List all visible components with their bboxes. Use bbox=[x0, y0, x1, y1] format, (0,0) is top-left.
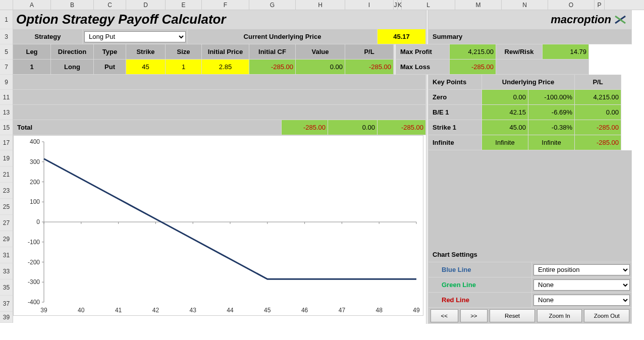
svg-text:0: 0 bbox=[36, 218, 40, 225]
row-header-3[interactable]: 3 bbox=[0, 29, 13, 44]
col-header-B[interactable]: B bbox=[51, 0, 94, 10]
kp-row-1-pct: -6.69% bbox=[528, 105, 575, 120]
svg-text:100: 100 bbox=[30, 198, 40, 205]
kp-row-1-price: 42.15 bbox=[482, 105, 528, 120]
max-loss-label: Max Loss bbox=[396, 60, 450, 75]
key-points-label: Key Points bbox=[428, 75, 482, 90]
svg-text:-200: -200 bbox=[28, 259, 40, 266]
green-line-label: Green Line bbox=[442, 281, 476, 289]
brand-logo: macroption bbox=[428, 10, 632, 29]
svg-text:47: 47 bbox=[339, 307, 346, 314]
leg1-direction: Long bbox=[51, 60, 94, 75]
kp-row-0-price: 0.00 bbox=[482, 90, 528, 105]
hdr-leg: Leg bbox=[13, 44, 51, 60]
col-header-M[interactable]: M bbox=[455, 0, 502, 10]
row-header-5[interactable]: 5 bbox=[0, 44, 13, 60]
row-header-1[interactable]: 1 bbox=[0, 10, 13, 29]
col-header-K[interactable]: K bbox=[398, 0, 402, 10]
max-profit-label: Max Profit bbox=[396, 44, 450, 60]
column-headers: ABCDEFGHIJKLMNOP bbox=[0, 0, 644, 10]
reset-button[interactable]: Reset bbox=[490, 309, 535, 322]
red-line-select[interactable]: None bbox=[533, 295, 630, 306]
row-headers: 13579111315171921232527293133353739 bbox=[0, 10, 13, 323]
row-header-25[interactable]: 25 bbox=[0, 199, 13, 215]
row-header-39[interactable]: 39 bbox=[0, 312, 13, 323]
row-header-27[interactable]: 27 bbox=[0, 215, 13, 231]
svg-text:200: 200 bbox=[30, 179, 40, 186]
kp-row-0-pct: -100.00% bbox=[528, 90, 575, 105]
hdr-initial-price: Initial Price bbox=[202, 44, 249, 60]
row-header-37[interactable]: 37 bbox=[0, 296, 13, 312]
kp-row-2-price: 45.00 bbox=[482, 120, 528, 135]
kp-row-2-name: Strike 1 bbox=[428, 120, 482, 135]
zoom-out-button[interactable]: Zoom Out bbox=[584, 309, 629, 322]
current-underlying-price-label: Current Underlying Price bbox=[188, 29, 378, 44]
svg-text:300: 300 bbox=[30, 158, 40, 165]
col-header-H[interactable]: H bbox=[296, 0, 345, 10]
row-header-33[interactable]: 33 bbox=[0, 263, 13, 279]
row-header-17[interactable]: 17 bbox=[0, 135, 13, 150]
current-underlying-price-value[interactable]: 45.17 bbox=[378, 29, 426, 44]
svg-text:-300: -300 bbox=[28, 278, 40, 286]
strategy-select[interactable]: Long Put bbox=[84, 31, 186, 42]
col-header-E[interactable]: E bbox=[166, 0, 202, 10]
col-header-A[interactable]: A bbox=[13, 0, 51, 10]
hdr-initial-cf: Initial CF bbox=[249, 44, 296, 60]
col-header-N[interactable]: N bbox=[502, 0, 548, 10]
next-button[interactable]: >> bbox=[460, 309, 488, 322]
leg1-size[interactable]: 1 bbox=[166, 60, 202, 75]
blue-line-select[interactable]: Entire position bbox=[533, 264, 630, 275]
kp-row-0-name: Zero bbox=[428, 90, 482, 105]
select-all-corner[interactable] bbox=[0, 0, 13, 10]
svg-text:46: 46 bbox=[301, 307, 308, 314]
row-header-19[interactable]: 19 bbox=[0, 150, 13, 166]
svg-text:400: 400 bbox=[30, 138, 40, 145]
col-header-L[interactable]: L bbox=[402, 0, 455, 10]
hdr-direction: Direction bbox=[51, 44, 94, 60]
row-header-21[interactable]: 21 bbox=[0, 166, 13, 183]
svg-text:44: 44 bbox=[227, 307, 234, 314]
col-header-I[interactable]: I bbox=[345, 0, 394, 10]
total-initial-cf: -285.00 bbox=[282, 120, 328, 135]
row-header-11[interactable]: 11 bbox=[0, 90, 13, 105]
row-header-15[interactable]: 15 bbox=[0, 120, 13, 135]
prev-button[interactable]: << bbox=[431, 309, 458, 322]
col-header-G[interactable]: G bbox=[249, 0, 296, 10]
total-value: 0.00 bbox=[328, 120, 378, 135]
row-header-35[interactable]: 35 bbox=[0, 279, 13, 296]
row-header-31[interactable]: 31 bbox=[0, 247, 13, 263]
col-header-J[interactable]: J bbox=[394, 0, 398, 10]
strategy-label: Strategy bbox=[13, 29, 83, 44]
total-pl: -285.00 bbox=[378, 120, 426, 135]
summary-label: Summary bbox=[428, 29, 632, 44]
col-header-C[interactable]: C bbox=[94, 0, 126, 10]
leg1-strike[interactable]: 45 bbox=[126, 60, 166, 75]
col-header-P[interactable]: P bbox=[595, 0, 605, 10]
col-header-O[interactable]: O bbox=[548, 0, 595, 10]
green-line-select[interactable]: None bbox=[533, 279, 630, 291]
svg-text:-400: -400 bbox=[28, 299, 40, 306]
key-points-underlying-hdr: Underlying Price bbox=[482, 75, 575, 90]
red-line-label: Red Line bbox=[442, 296, 469, 304]
kp-row-1-name: B/E 1 bbox=[428, 105, 482, 120]
row-header-13[interactable]: 13 bbox=[0, 105, 13, 120]
total-label: Total bbox=[13, 120, 282, 135]
blue-line-label: Blue Line bbox=[442, 266, 471, 273]
leg1-type: Put bbox=[94, 60, 126, 75]
max-profit-value: 4,215.00 bbox=[450, 44, 496, 60]
col-header-D[interactable]: D bbox=[126, 0, 166, 10]
row-header-9[interactable]: 9 bbox=[0, 75, 13, 90]
row-header-7[interactable]: 7 bbox=[0, 60, 13, 75]
payoff-chart: -400-300-200-100010020030040039404142434… bbox=[13, 135, 423, 316]
leg1-initial-price[interactable]: 2.85 bbox=[202, 60, 249, 75]
hdr-strike: Strike bbox=[126, 44, 166, 60]
kp-row-3-price: Infinite bbox=[482, 135, 528, 150]
row-header-29[interactable]: 29 bbox=[0, 231, 13, 247]
kp-row-0-pl: 4,215.00 bbox=[575, 90, 621, 105]
col-header-F[interactable]: F bbox=[202, 0, 249, 10]
svg-text:48: 48 bbox=[376, 307, 383, 314]
rew-risk-value: 14.79 bbox=[543, 44, 589, 60]
row-header-23[interactable]: 23 bbox=[0, 183, 13, 199]
hdr-pl: P/L bbox=[345, 44, 394, 60]
zoom-in-button[interactable]: Zoom In bbox=[537, 309, 582, 322]
